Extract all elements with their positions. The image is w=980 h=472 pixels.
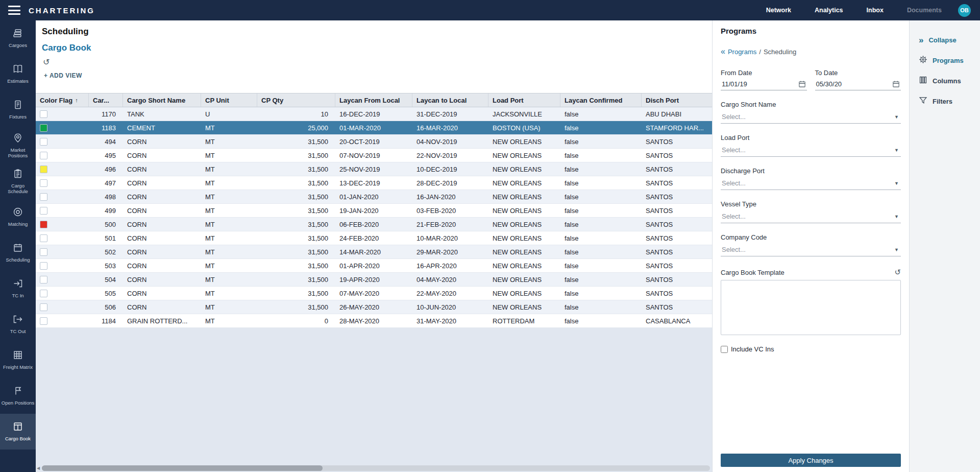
color-flag-box[interactable]	[40, 207, 47, 215]
color-flag-box[interactable]	[40, 138, 47, 146]
calendar-icon[interactable]	[798, 80, 806, 88]
scrollbar-thumb[interactable]	[42, 465, 323, 471]
sidebar-item-tc-out[interactable]: TC Out	[0, 306, 36, 342]
sidebar-item-market-positions[interactable]: Market Positions	[0, 128, 36, 163]
hamburger-menu-icon[interactable]	[8, 6, 20, 15]
undo-icon[interactable]: ↺	[43, 57, 50, 67]
color-flag-box[interactable]	[40, 234, 47, 242]
cell-laycan-from: 19-JAN-2020	[335, 207, 412, 215]
color-flag-box[interactable]	[40, 179, 47, 187]
select-dropdown[interactable]: Select... ▼	[721, 110, 901, 124]
cell-laycan-from: 01-MAR-2020	[335, 124, 412, 132]
sidebar-item-fixtures[interactable]: Fixtures	[0, 92, 36, 128]
select-dropdown[interactable]: Select... ▼	[721, 243, 901, 256]
color-flag-box[interactable]	[40, 124, 47, 132]
table-row[interactable]: 497 CORN MT 31,500 13-DEC-2019 28-DEC-20…	[36, 176, 712, 190]
sidebar-item-cargo-book[interactable]: Cargo Book	[0, 414, 36, 450]
table-row[interactable]: 505 CORN MT 31,500 07-MAY-2020 22-MAY-20…	[36, 287, 712, 300]
breadcrumb-back-icon[interactable]: «	[721, 48, 725, 56]
undo-icon[interactable]: ↺	[894, 268, 901, 277]
color-flag-box[interactable]	[40, 110, 47, 118]
table-row[interactable]: 502 CORN MT 31,500 14-MAR-2020 29-MAR-20…	[36, 245, 712, 259]
table-row[interactable]: 494 CORN MT 31,500 20-OCT-2019 04-NOV-20…	[36, 135, 712, 149]
select-dropdown[interactable]: Select... ▼	[721, 143, 901, 157]
cell-laycan-to: 04-MAY-2020	[412, 276, 488, 284]
cell-laycan-from: 19-APR-2020	[335, 276, 412, 284]
table-row[interactable]: 1183 CEMENT MT 25,000 01-MAR-2020 16-MAR…	[36, 121, 712, 135]
cell-laycan-from: 16-DEC-2019	[335, 110, 412, 118]
table-row[interactable]: 503 CORN MT 31,500 01-APR-2020 16-APR-20…	[36, 259, 712, 273]
sidebar-item-cargo-schedule[interactable]: Cargo Schedule	[0, 163, 36, 199]
toolbar-item-programs[interactable]: Programs	[910, 50, 980, 70]
cell-cp-unit: MT	[201, 138, 257, 146]
cell-disch-port: STAMFORD HAR...	[642, 124, 712, 132]
color-flag-box[interactable]	[40, 276, 47, 284]
cell-cp-unit: MT	[201, 276, 257, 284]
color-flag-box[interactable]	[40, 317, 47, 325]
color-flag-box[interactable]	[40, 221, 47, 228]
toolbar-item-columns[interactable]: Columns	[910, 70, 980, 91]
cell-cp-qty: 31,500	[257, 248, 335, 256]
table-row[interactable]: 498 CORN MT 31,500 01-JAN-2020 16-JAN-20…	[36, 190, 712, 204]
scrollbar-track[interactable]	[42, 465, 710, 471]
color-flag-box[interactable]	[40, 290, 47, 297]
table-row[interactable]: 496 CORN MT 31,500 25-NOV-2019 10-DEC-20…	[36, 162, 712, 176]
sidebar-item-tc-in[interactable]: TC In	[0, 271, 36, 306]
select-dropdown[interactable]: Select... ▼	[721, 176, 901, 190]
table-row[interactable]: 499 CORN MT 31,500 19-JAN-2020 03-FEB-20…	[36, 204, 712, 218]
color-flag-box[interactable]	[40, 303, 47, 311]
cell-load-port: BOSTON (USA)	[488, 124, 560, 132]
cargo-table-body: 1170 TANK U 10 16-DEC-2019 31-DEC-2019 J…	[36, 107, 712, 328]
col-header-color-flag[interactable]: Color Flag↑	[36, 93, 89, 107]
color-flag-box[interactable]	[40, 193, 47, 201]
table-row[interactable]: 1184 GRAIN ROTTERD... MT 0 28-MAY-2020 3…	[36, 314, 712, 328]
calendar-icon[interactable]	[892, 80, 900, 88]
table-row[interactable]: 506 CORN MT 31,500 26-MAY-2020 10-JUN-20…	[36, 300, 712, 314]
sidebar-item-freight-matrix[interactable]: Freight Matrix	[0, 342, 36, 378]
table-row[interactable]: 495 CORN MT 31,500 07-NOV-2019 22-NOV-20…	[36, 149, 712, 162]
breadcrumb-link-programs[interactable]: Programs	[728, 48, 756, 56]
cell-laycan-from: 07-NOV-2019	[335, 152, 412, 159]
col-header-disch-port[interactable]: Disch Port	[642, 93, 712, 107]
include-vc-checkbox[interactable]	[721, 346, 728, 353]
col-header-cargo-id[interactable]: Car...	[89, 93, 123, 107]
sidebar-item-matching[interactable]: Matching	[0, 199, 36, 235]
col-header-cargo-short-name[interactable]: Cargo Short Name	[123, 93, 201, 107]
to-date-input[interactable]: 05/30/20	[815, 78, 901, 90]
table-row[interactable]: 501 CORN MT 31,500 24-FEB-2020 10-MAR-20…	[36, 231, 712, 245]
from-date-input[interactable]: 11/01/19	[721, 78, 807, 90]
sidebar-item-open-positions[interactable]: Open Positions	[0, 378, 36, 414]
sidebar-item-label: Fixtures	[8, 114, 28, 120]
color-flag-box[interactable]	[40, 166, 47, 173]
table-row[interactable]: 1170 TANK U 10 16-DEC-2019 31-DEC-2019 J…	[36, 107, 712, 121]
add-view-button[interactable]: + ADD VIEW	[44, 72, 712, 79]
select-dropdown[interactable]: Select... ▼	[721, 209, 901, 223]
col-header-laycan-to[interactable]: Laycan to Local	[412, 93, 488, 107]
select-value: Select...	[722, 146, 746, 154]
color-flag-box[interactable]	[40, 152, 47, 159]
col-header-load-port[interactable]: Load Port	[488, 93, 560, 107]
sidebar-item-scheduling[interactable]: Scheduling	[0, 235, 36, 271]
cell-disch-port: SANTOS	[642, 138, 712, 146]
sidebar-item-cargoes[interactable]: Cargoes	[0, 20, 36, 56]
cell-cargo-id: 502	[89, 248, 123, 256]
color-flag-box[interactable]	[40, 262, 47, 270]
col-header-laycan-from[interactable]: Laycan From Local	[335, 93, 412, 107]
table-row[interactable]: 500 CORN MT 31,500 06-FEB-2020 21-FEB-20…	[36, 218, 712, 231]
toolbar-item-filters[interactable]: Filters	[910, 91, 980, 111]
nav-network[interactable]: Network	[766, 7, 791, 14]
apply-changes-button[interactable]: Apply Changes	[721, 454, 901, 467]
collapse-button[interactable]: » Collapse	[910, 30, 980, 50]
sidebar-item-estimates[interactable]: Estimates	[0, 56, 36, 92]
color-flag-box[interactable]	[40, 248, 47, 256]
col-header-cp-qty[interactable]: CP Qty	[257, 93, 335, 107]
user-avatar[interactable]: OB	[958, 4, 971, 17]
scroll-left-icon[interactable]: ◀	[37, 466, 42, 470]
table-row[interactable]: 504 CORN MT 31,500 19-APR-2020 04-MAY-20…	[36, 273, 712, 287]
cell-cp-unit: MT	[201, 248, 257, 256]
cargo-book-template-input[interactable]	[721, 280, 901, 335]
col-header-laycan-confirmed[interactable]: Laycan Confirmed	[560, 93, 642, 107]
nav-analytics[interactable]: Analytics	[815, 7, 843, 14]
col-header-cp-unit[interactable]: CP Unit	[201, 93, 257, 107]
nav-inbox[interactable]: Inbox	[867, 7, 884, 14]
